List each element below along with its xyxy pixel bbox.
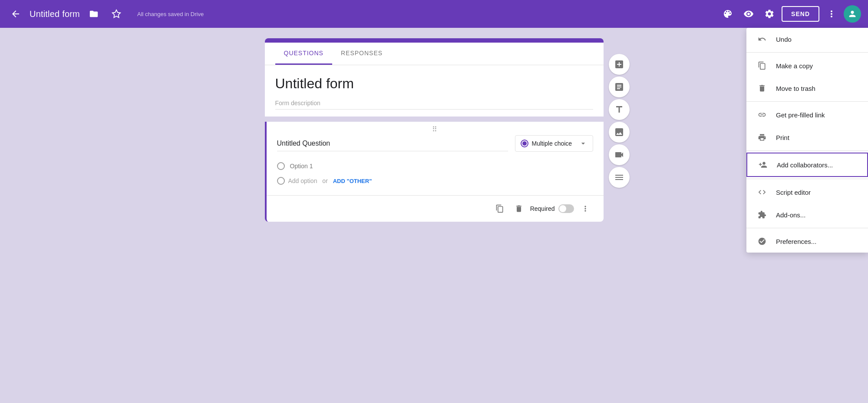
question-type-label: Multiple choice xyxy=(532,140,572,147)
menu-item-print[interactable]: Print xyxy=(746,126,868,149)
divider-5 xyxy=(746,228,868,228)
menu-item-pre-filled[interactable]: Get pre-filled link xyxy=(746,103,868,126)
add-option-text[interactable]: Add option xyxy=(288,177,317,184)
user-avatar[interactable] xyxy=(844,5,861,23)
saved-text: All changes saved in Drive xyxy=(137,11,204,17)
divider-4 xyxy=(746,179,868,179)
menu-label-add-ons: Add-ons... xyxy=(776,211,805,219)
sidebar-icons xyxy=(609,54,630,188)
question-footer: Required xyxy=(267,195,604,222)
add-question-button[interactable] xyxy=(609,54,630,75)
add-video-button[interactable] xyxy=(609,144,630,165)
required-label: Required xyxy=(530,205,555,212)
divider-3 xyxy=(746,150,868,151)
header-left: Untitled form All changes saved in Drive xyxy=(7,5,719,23)
menu-label-preferences: Preferences... xyxy=(776,238,816,245)
puzzle-icon xyxy=(757,210,767,220)
menu-label-script-editor: Script editor xyxy=(776,189,811,196)
tab-questions[interactable]: QUESTIONS xyxy=(275,43,332,65)
question-row: Multiple choice xyxy=(277,135,593,152)
divider-1 xyxy=(746,52,868,53)
menu-item-move-to-trash[interactable]: Move to trash xyxy=(746,77,868,100)
menu-label-undo: Undo xyxy=(776,36,792,43)
form-title-section: Untitled form Form description xyxy=(265,65,604,117)
menu-item-script-editor[interactable]: Script editor xyxy=(746,181,868,203)
form-title-header: Untitled form xyxy=(30,9,80,19)
back-button[interactable] xyxy=(7,5,24,23)
add-person-icon xyxy=(758,160,768,170)
import-questions-button[interactable] xyxy=(609,77,630,97)
menu-label-move-to-trash: Move to trash xyxy=(776,85,815,92)
radio-icon xyxy=(521,140,528,147)
send-button[interactable]: SEND xyxy=(782,6,819,22)
add-title-button[interactable] xyxy=(609,99,630,120)
header: Untitled form All changes saved in Drive… xyxy=(0,0,868,28)
header-right: SEND xyxy=(719,5,861,23)
form-header-card: QUESTIONS RESPONSES Untitled form Form d… xyxy=(265,38,604,117)
form-description[interactable]: Form description xyxy=(275,97,593,110)
more-options-button[interactable] xyxy=(823,5,840,23)
link-icon xyxy=(757,110,767,120)
option-row-1: Option 1 xyxy=(277,159,593,173)
more-question-options[interactable] xyxy=(578,201,593,216)
menu-item-preferences[interactable]: Preferences... xyxy=(746,230,868,253)
undo-icon xyxy=(757,34,767,44)
option-radio-1 xyxy=(277,162,285,170)
menu-label-make-copy: Make a copy xyxy=(776,62,813,70)
palette-button[interactable] xyxy=(719,5,736,23)
star-button[interactable] xyxy=(108,5,125,23)
divider-2 xyxy=(746,101,868,102)
settings-button[interactable] xyxy=(761,5,778,23)
form-title[interactable]: Untitled form xyxy=(275,76,593,92)
menu-item-add-collaborators[interactable]: Add collaborators... xyxy=(746,153,868,177)
drag-handle: ⠿ xyxy=(267,122,604,135)
question-body: Multiple choice Option 1 Add option or A… xyxy=(267,135,604,195)
add-other-link[interactable]: ADD "OTHER" xyxy=(333,178,372,184)
menu-item-make-copy[interactable]: Make a copy xyxy=(746,54,868,77)
tabs-bar: QUESTIONS RESPONSES xyxy=(265,43,604,65)
question-type-selector[interactable]: Multiple choice xyxy=(515,135,593,152)
copy-icon xyxy=(757,60,767,71)
folder-button[interactable] xyxy=(85,5,102,23)
menu-item-add-ons[interactable]: Add-ons... xyxy=(746,203,868,226)
question-text-input[interactable] xyxy=(277,136,508,151)
print-icon xyxy=(757,132,767,143)
add-image-button[interactable] xyxy=(609,122,630,143)
main-content: QUESTIONS RESPONSES Untitled form Form d… xyxy=(0,28,868,403)
add-section-button[interactable] xyxy=(609,167,630,188)
required-toggle[interactable] xyxy=(558,204,574,213)
preview-button[interactable] xyxy=(740,5,757,23)
add-option-radio xyxy=(277,177,285,185)
menu-item-undo[interactable]: Undo xyxy=(746,28,868,50)
duplicate-question-button[interactable] xyxy=(492,201,508,216)
delete-question-button[interactable] xyxy=(511,201,527,216)
add-other-separator: or xyxy=(320,177,329,184)
form-container: QUESTIONS RESPONSES Untitled form Form d… xyxy=(265,38,604,393)
question-card: ⠿ Multiple choice Option 1 A xyxy=(265,122,604,222)
tab-responses[interactable]: RESPONSES xyxy=(332,43,391,65)
option-label-1: Option 1 xyxy=(290,163,313,170)
person-settings-icon xyxy=(757,236,767,246)
trash-icon xyxy=(757,83,767,93)
menu-label-add-collaborators: Add collaborators... xyxy=(777,161,833,169)
menu-label-pre-filled: Get pre-filled link xyxy=(776,111,825,119)
menu-label-print: Print xyxy=(776,134,789,141)
code-icon xyxy=(757,187,767,197)
dropdown-menu: Undo Make a copy Move to trash Get pre-f… xyxy=(746,28,868,253)
add-option-row: Add option or ADD "OTHER" xyxy=(277,173,593,188)
